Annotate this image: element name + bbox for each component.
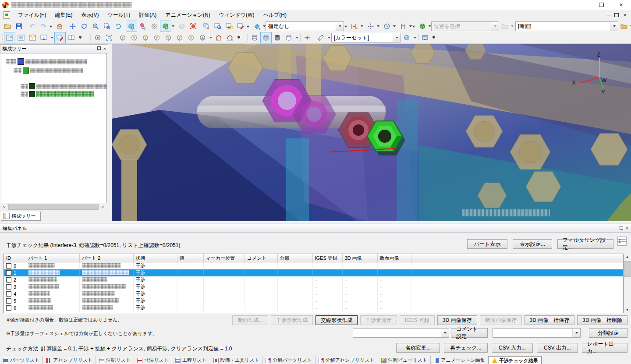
toggle-edit-panel-button[interactable] — [54, 32, 66, 43]
menu-evaluate[interactable]: 評価(A) — [135, 11, 161, 20]
row-checkbox[interactable] — [6, 270, 11, 276]
tab-assembly-list[interactable]: アセンブリリスト — [43, 356, 96, 364]
tab-annotation-list[interactable]: 注記リスト — [96, 356, 134, 364]
view-back2-button[interactable] — [185, 32, 197, 43]
tab-parts-list[interactable]: パーツリスト — [0, 356, 43, 364]
column-header[interactable]: 断面画像 — [377, 254, 411, 262]
table-row-selected[interactable]: 1 干渉 −−− — [4, 269, 623, 276]
menu-edit[interactable]: 編集(E) — [50, 11, 77, 20]
open-button[interactable] — [2, 21, 13, 32]
toolbar-overflow-button[interactable] — [431, 32, 436, 43]
create-interference-shape-button[interactable]: 干渉形状作成 — [271, 315, 313, 325]
toggle-image-panel-button[interactable] — [15, 32, 27, 43]
tab-structure-tree[interactable]: 構成ツリー — [1, 212, 41, 221]
material-sphere-dropdown[interactable] — [412, 32, 417, 43]
view-right-button[interactable] — [151, 32, 163, 43]
close-icon[interactable]: × — [626, 226, 628, 231]
colorset-brush-button[interactable] — [315, 32, 326, 43]
toolbar-overflow-button[interactable] — [77, 32, 83, 43]
menu-help[interactable]: ヘルプ(H) — [259, 11, 291, 20]
tree-node[interactable] — [6, 59, 87, 64]
view-front-button[interactable] — [117, 32, 128, 43]
save-3d-image-button[interactable]: 3D 画像保存 — [437, 315, 477, 325]
view-iso-button[interactable] — [197, 32, 208, 43]
display-hidden-line-button[interactable] — [283, 32, 294, 43]
fit-view-button[interactable] — [103, 32, 115, 43]
measure-interference-button[interactable]: 干渉量測定 — [360, 315, 397, 325]
toolbar-overflow-button[interactable] — [412, 21, 415, 32]
table-row[interactable]: 3 干渉 −−− — [4, 283, 623, 290]
close-icon[interactable]: × — [103, 46, 106, 51]
tab-disassembly-assembly-list[interactable]: 分解アセンブリリスト — [316, 356, 378, 364]
scroll-left-button[interactable]: < — [1, 203, 7, 210]
menu-file[interactable]: ファイル(F) — [14, 11, 50, 20]
column-header[interactable]: 値 — [177, 254, 203, 262]
combobox-arrow[interactable] — [572, 329, 580, 337]
mirror-part-dropdown[interactable] — [409, 21, 412, 32]
window-close-button[interactable]: × — [611, 0, 631, 10]
display-shaded-button[interactable] — [260, 32, 272, 43]
position-combobox[interactable]: 位置を選択 — [431, 21, 499, 31]
zoom-button[interactable] — [90, 21, 101, 32]
toggle-output-panel-button[interactable] — [38, 32, 50, 43]
toolbar-grip[interactable] — [1, 34, 3, 42]
rotate-part-button[interactable] — [381, 21, 393, 32]
display-wireframe-button[interactable] — [249, 32, 260, 43]
menu-animation[interactable]: アニメーション(N) — [161, 11, 214, 20]
colorset-brush-dropdown[interactable] — [326, 32, 331, 43]
tree-node[interactable] — [21, 83, 107, 89]
pin-icon[interactable] — [97, 46, 101, 51]
delete-all-3d-images-button[interactable]: 3D 画像一括削除 — [577, 315, 627, 325]
select-multi-button[interactable] — [149, 21, 160, 32]
report-export-button[interactable]: レポート出力... — [582, 343, 627, 353]
mirror-part-button[interactable] — [397, 21, 409, 32]
view-rotate-button[interactable] — [92, 32, 103, 43]
save-button[interactable] — [13, 21, 25, 32]
viewport-3d[interactable]: Z X W Y — [112, 44, 631, 221]
scroll-up-button[interactable]: ▲ — [624, 254, 631, 260]
comment-combobox[interactable] — [353, 328, 449, 338]
tab-process-list[interactable]: 工程リスト — [172, 356, 210, 364]
toolbar-overflow-button[interactable] — [49, 21, 52, 32]
copy-window-button[interactable] — [201, 21, 212, 32]
combobox-arrow[interactable] — [491, 22, 499, 31]
iges-register-button[interactable]: IGES 登録 — [400, 315, 435, 325]
toolbar-grip[interactable] — [246, 34, 248, 42]
view-bottom-button[interactable] — [174, 32, 185, 43]
paint-style-dropdown[interactable] — [262, 21, 266, 32]
toolbar-grip[interactable] — [89, 34, 91, 42]
tab-annotation-view-list[interactable]: 注釈ビューリスト — [378, 356, 431, 364]
move-part-button[interactable] — [365, 21, 376, 32]
scroll-thumb[interactable] — [8, 204, 99, 210]
child-minimize-button[interactable]: ─ — [605, 12, 612, 18]
rotate-ccw-button[interactable] — [213, 32, 224, 43]
window-maximize-button[interactable] — [592, 0, 611, 10]
classification-set-button[interactable]: 分類設定 — [589, 328, 627, 338]
toggle-hierarchy-panel-button[interactable] — [27, 32, 38, 43]
scroll-thumb[interactable] — [624, 261, 631, 277]
tree-content[interactable] — [1, 53, 107, 203]
combobox-arrow[interactable] — [610, 22, 618, 31]
table-row[interactable]: 0 干渉 −−− — [4, 262, 623, 269]
table-row[interactable]: 2 干渉 −−− — [4, 276, 623, 283]
redo-button[interactable]: ↷ — [38, 21, 49, 32]
style-combobox[interactable]: 指定なし — [266, 21, 344, 31]
measure-distance-dropdown[interactable] — [360, 21, 363, 32]
tree-node-selected[interactable] — [21, 91, 94, 97]
menu-window[interactable]: ウィンドウ(W) — [215, 11, 259, 20]
csv-export-button[interactable]: CSV 出力... — [537, 343, 578, 353]
display-shaded-edges-button[interactable] — [272, 32, 283, 43]
combobox-arrow[interactable] — [441, 329, 449, 337]
interference-results-table[interactable]: ID パート 1 パート 2 状態 値 マーカー位置 コメント 分類 IGES … — [4, 254, 624, 313]
column-header[interactable]: ID — [4, 254, 26, 262]
toolbar-overflow-button[interactable] — [344, 21, 347, 32]
list-layout-icon[interactable] — [617, 237, 627, 246]
table-row[interactable]: 6 干渉 −−− — [4, 304, 623, 311]
child-restore-button[interactable] — [613, 12, 620, 18]
search-window-button[interactable] — [212, 21, 223, 32]
view-back-button[interactable] — [128, 32, 140, 43]
move-part-dropdown[interactable] — [376, 21, 379, 32]
scroll-down-button[interactable]: ▼ — [624, 307, 631, 313]
create-section-button[interactable]: 断面作成... — [232, 315, 268, 325]
table-row[interactable]: 4 干渉 −−− — [4, 290, 623, 297]
